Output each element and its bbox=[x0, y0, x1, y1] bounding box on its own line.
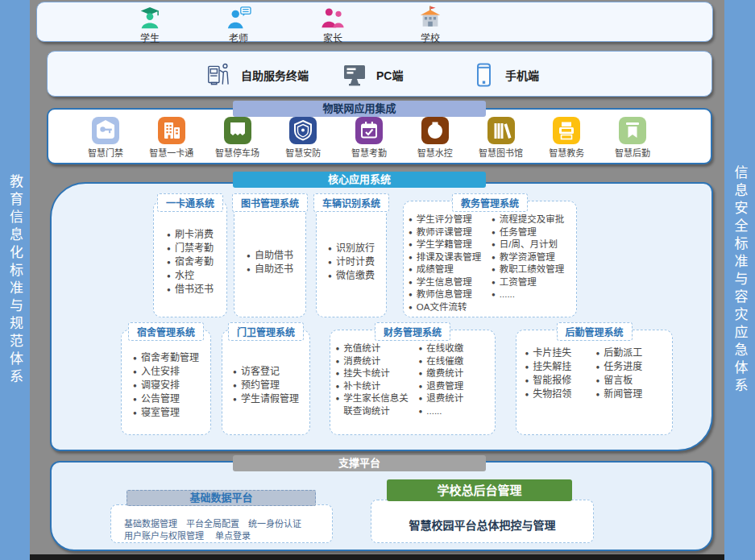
list-item: ●预约管理 bbox=[233, 379, 299, 392]
iot-panel: 物联网应用集成 智慧门禁 bbox=[47, 108, 712, 164]
list-item: ●微信缴费 bbox=[328, 269, 375, 283]
iot-academic-label: 智慧教务 bbox=[538, 146, 595, 159]
list-item: ●教职工绩效管理 bbox=[492, 263, 571, 276]
admin-platform-title: 学校总后台管理 bbox=[387, 479, 572, 501]
iot-water-label: 智慧水控 bbox=[407, 146, 463, 159]
list-item: ●后勤派工 bbox=[596, 346, 664, 360]
user-student: 学生 bbox=[118, 6, 182, 44]
box-vehicle-system: 车辆识别系统 ●识别放行●计时计费●微信缴费 bbox=[316, 201, 387, 317]
user-school-label: 学校 bbox=[398, 31, 463, 44]
iot-logistics: 智慧后勤 bbox=[604, 117, 661, 159]
terminal-pc: PC端 bbox=[342, 52, 403, 97]
box-onecard-system: 一卡通系统 ●刷卡消费●门禁考勤●宿舍考勤●水控●借书还书 bbox=[153, 201, 227, 317]
onecard-icon bbox=[158, 117, 185, 144]
list-item: ●自助借书 bbox=[247, 249, 293, 263]
logistics-icon bbox=[619, 117, 646, 144]
user-teacher: 老师 bbox=[206, 6, 271, 44]
iot-security: 智慧安防 bbox=[275, 117, 331, 159]
box-academic-system: 教务管理系统 ●学生评分管理●教师评课管理●学生学籍管理●排课及课表管理●成绩管… bbox=[403, 201, 577, 317]
access-icon bbox=[92, 117, 119, 144]
list-item: ●留言板 bbox=[596, 374, 664, 388]
admin-platform-content: 智慧校园平台总体把控与管理 bbox=[409, 516, 556, 533]
user-school: 学校 bbox=[398, 6, 463, 44]
finance-items-right: ●在线收缴●在线催缴●缴费统计●退费管理●退费统计●...... bbox=[419, 342, 490, 417]
iot-academic: 智慧教务 bbox=[538, 117, 595, 159]
list-item: ●识别放行 bbox=[328, 242, 375, 255]
parking-icon bbox=[224, 117, 251, 144]
box-logistics-system: 后勤管理系统 ●卡片挂失●挂失解挂●智能报修●失物招领 ●后勤派工●任务进度●留… bbox=[516, 330, 673, 435]
terminal-kiosk-label: 自助服务终端 bbox=[241, 67, 309, 83]
iot-logistics-label: 智慧后勤 bbox=[604, 146, 661, 159]
list-item: ●退费管理 bbox=[419, 380, 490, 393]
left-sidebar: 教育信息化标准与规范体系 bbox=[0, 0, 30, 560]
right-sidebar-label: 信息安全标准与容灾应急体系 bbox=[730, 165, 750, 396]
printer-icon bbox=[553, 117, 580, 144]
box-dormitory-title: 宿舍管理系统 bbox=[128, 322, 204, 341]
list-item: ●...... bbox=[419, 405, 490, 418]
terminal-phone: 手机端 bbox=[471, 52, 539, 97]
list-item: ●寝室管理 bbox=[133, 406, 199, 420]
list-item: ●教师信息管理 bbox=[409, 288, 488, 301]
list-item: ●教师评课管理 bbox=[409, 226, 488, 239]
library-items: ●自助借书●自助还书 bbox=[247, 249, 293, 276]
list-item: ●在线催缴 bbox=[419, 355, 490, 368]
support-panel: 支撑平台 基础数据平台 基础数据管理 平台全局配置 统一身份认证 用户账户与权限… bbox=[50, 461, 713, 551]
list-item: ●自助还书 bbox=[247, 263, 293, 276]
list-item: ●教学资源管理 bbox=[492, 251, 571, 264]
box-dormitory-system: 宿舍管理系统 ●宿舍考勤管理●入住安排●调寝安排●公告管理●寝室管理 bbox=[121, 330, 211, 435]
user-parents: 家长 bbox=[301, 6, 365, 44]
list-item: ●挂失解挂 bbox=[525, 360, 593, 374]
list-item: ●刷卡消费 bbox=[167, 228, 214, 242]
box-library-title: 图书管理系统 bbox=[232, 193, 308, 212]
logistics-items-right: ●后勤派工●任务进度●留言板●新闻管理 bbox=[596, 346, 664, 401]
base-platform-box: 基础数据管理 平台全局配置 统一身份认证 用户账户与权限管理 单点登录 bbox=[110, 504, 333, 543]
user-student-label: 学生 bbox=[118, 31, 182, 44]
iot-library-label: 智慧图书馆 bbox=[473, 146, 529, 159]
gate-items: ●访客登记●预约管理●学生请假管理 bbox=[233, 365, 299, 406]
box-library-system: 图书管理系统 ●自助借书●自助还书 bbox=[234, 201, 306, 317]
list-item: ●日/周、月计划 bbox=[492, 239, 571, 251]
list-item: ●学生请假管理 bbox=[233, 392, 299, 406]
list-item: ●学生评分管理 bbox=[409, 214, 488, 226]
user-parents-label: 家长 bbox=[301, 31, 365, 44]
left-sidebar-label: 教育信息化标准与规范体系 bbox=[5, 174, 25, 387]
terminal-phone-label: 手机端 bbox=[505, 67, 539, 83]
list-item: ●OA文件流转 bbox=[409, 301, 488, 314]
box-finance-title: 财务管理系统 bbox=[375, 322, 450, 341]
list-item: ●补卡统计 bbox=[336, 380, 416, 393]
list-item: ●缴费统计 bbox=[419, 367, 490, 380]
support-section-title: 支撑平台 bbox=[233, 455, 486, 471]
list-item: ●任务管理 bbox=[492, 226, 571, 239]
list-item: ●消费统计 bbox=[336, 355, 416, 368]
box-gate-system: 门卫管理系统 ●访客登记●预约管理●学生请假管理 bbox=[222, 330, 310, 435]
terminal-kiosk: 自助服务终端 bbox=[205, 52, 309, 97]
list-item: ●在线收缴 bbox=[419, 342, 490, 355]
list-item: ●入住安排 bbox=[133, 365, 199, 379]
box-gate-title: 门卫管理系统 bbox=[228, 322, 304, 341]
list-item: ●水控 bbox=[167, 269, 214, 283]
iot-onecard: 智慧一卡通 bbox=[143, 117, 200, 159]
iot-attendance-label: 智慧考勤 bbox=[341, 146, 397, 159]
base-platform-title: 基础数据平台 bbox=[127, 490, 316, 506]
student-icon bbox=[135, 6, 164, 30]
iot-water: 智慧水控 bbox=[407, 117, 463, 159]
list-item: ●成绩管理 bbox=[409, 263, 488, 276]
list-item: ●挂失卡统计 bbox=[336, 367, 416, 380]
core-section-title: 核心应用系统 bbox=[233, 172, 486, 188]
list-item: ●流程提交及审批 bbox=[492, 214, 571, 226]
water-icon bbox=[421, 117, 449, 144]
iot-icon-strip: 智慧门禁 bbox=[48, 110, 711, 159]
list-item: ●公告管理 bbox=[133, 392, 199, 406]
list-item: ●门禁考勤 bbox=[167, 242, 214, 255]
iot-access: 智慧门禁 bbox=[77, 117, 134, 159]
list-item: ●...... bbox=[492, 288, 571, 301]
list-item: ●工资管理 bbox=[492, 276, 571, 289]
box-academic-title: 教务管理系统 bbox=[452, 193, 528, 212]
base-platform-line1: 基础数据管理 平台全局配置 统一身份认证 bbox=[124, 518, 332, 530]
academic-items-right: ●流程提交及审批●任务管理●日/周、月计划●教学资源管理●教职工绩效管理●工资管… bbox=[492, 214, 571, 301]
iot-section-title: 物联网应用集成 bbox=[233, 101, 486, 117]
iot-parking-label: 智慧停车场 bbox=[209, 146, 266, 159]
list-item: ●宿舍考勤管理 bbox=[133, 351, 199, 365]
box-vehicle-title: 车辆识别系统 bbox=[313, 193, 389, 212]
list-item: ●卡片挂失 bbox=[525, 346, 593, 360]
